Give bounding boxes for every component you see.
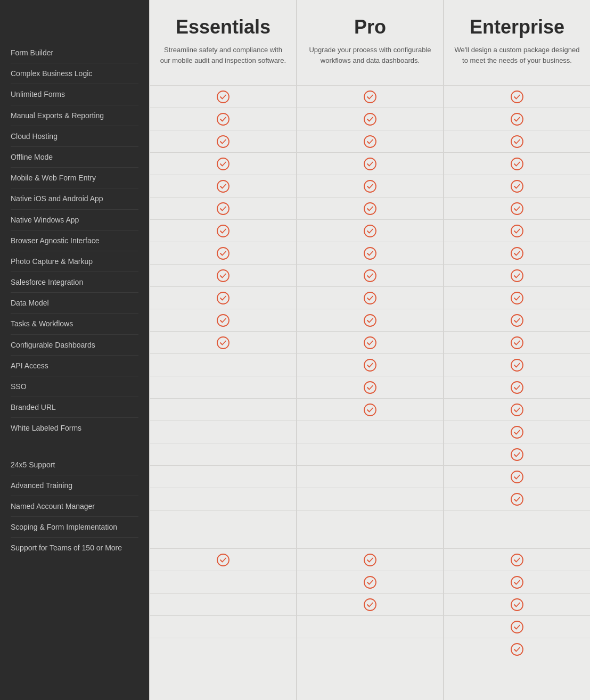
- check-icon: [510, 90, 524, 104]
- feature-check-cell: [150, 421, 296, 443]
- feature-check-cell: [150, 219, 296, 242]
- check-icon: [510, 620, 524, 634]
- feature-check-cell: [297, 197, 443, 219]
- svg-point-27: [364, 404, 376, 416]
- svg-point-40: [511, 292, 523, 304]
- svg-point-5: [217, 203, 229, 215]
- service-check-cell: [297, 615, 443, 638]
- svg-point-9: [217, 292, 229, 304]
- svg-point-16: [364, 158, 376, 170]
- check-icon: [363, 202, 377, 216]
- svg-point-31: [511, 91, 523, 103]
- feature-check-cell: [444, 108, 590, 130]
- pricing-table: Form BuilderComplex Business LogicUnlimi…: [0, 0, 590, 700]
- plan-col-enterprise: EnterpriseWe'll design a custom package …: [443, 0, 590, 700]
- plan-col-pro: ProUpgrade your process with configurabl…: [296, 0, 443, 700]
- plan-title: Essentials: [176, 16, 271, 38]
- check-icon: [216, 553, 230, 567]
- feature-check-cell: [444, 286, 590, 309]
- check-icon: [216, 291, 230, 305]
- feature-check-cell: [297, 465, 443, 488]
- check-icon: [216, 202, 230, 216]
- check-icon: [363, 553, 377, 567]
- feature-check-cell: [297, 264, 443, 286]
- feature-check-cell: [150, 197, 296, 219]
- feature-check-cell: [297, 398, 443, 421]
- svg-point-7: [217, 248, 229, 259]
- feature-item: Mobile & Web Form Entry: [11, 168, 138, 188]
- svg-point-41: [511, 315, 523, 326]
- feature-item: Branded URL: [11, 397, 138, 418]
- svg-point-39: [511, 270, 523, 282]
- check-icon: [510, 492, 524, 506]
- svg-point-1: [217, 113, 229, 125]
- svg-point-54: [511, 644, 523, 655]
- svg-point-36: [511, 203, 523, 215]
- svg-point-20: [364, 248, 376, 259]
- check-icon: [363, 179, 377, 193]
- feature-item: Manual Exports & Reporting: [11, 105, 138, 126]
- feature-check-cell: [444, 175, 590, 197]
- feature-check-cell: [150, 488, 296, 510]
- svg-point-22: [364, 292, 376, 304]
- check-icon: [510, 157, 524, 171]
- check-icon: [510, 246, 524, 260]
- feature-check-cell: [150, 152, 296, 175]
- feature-item: Data Model: [11, 293, 138, 314]
- check-icon: [510, 381, 524, 394]
- svg-point-10: [217, 315, 229, 326]
- feature-check-cell: [297, 85, 443, 108]
- service-item: Scoping & Form Implementation: [11, 517, 138, 538]
- plan-description: Upgrade your process with configurable w…: [305, 45, 435, 65]
- svg-point-50: [511, 554, 523, 566]
- services-spacer: [444, 510, 590, 548]
- check-icon: [363, 224, 377, 238]
- feature-check-cell: [150, 264, 296, 286]
- check-icon: [216, 135, 230, 149]
- feature-check-cell: [444, 219, 590, 242]
- plan-title: Enterprise: [470, 16, 564, 38]
- feature-check-cell: [150, 376, 296, 398]
- check-icon: [510, 135, 524, 149]
- svg-point-35: [511, 180, 523, 192]
- service-check-cell: [444, 638, 590, 660]
- plan-description: Streamline safety and compliance with ou…: [158, 45, 288, 65]
- check-icon: [363, 336, 377, 350]
- feature-check-cell: [150, 286, 296, 309]
- svg-point-43: [511, 359, 523, 371]
- feature-check-cell: [150, 85, 296, 108]
- svg-point-34: [511, 158, 523, 170]
- check-icon: [510, 314, 524, 327]
- feature-item: Native iOS and Android App: [11, 188, 138, 209]
- feature-item: Browser Agnostic Interface: [11, 230, 138, 251]
- feature-check-cell: [297, 219, 443, 242]
- svg-point-28: [364, 554, 376, 566]
- feature-check-cell: [150, 331, 296, 353]
- feature-list: Form BuilderComplex Business LogicUnlimi…: [11, 43, 138, 439]
- feature-check-cell: [297, 421, 443, 443]
- feature-item: Form Builder: [11, 43, 138, 63]
- feature-check-cell: [297, 175, 443, 197]
- check-icon: [510, 553, 524, 567]
- feature-item: Configurable Dashboards: [11, 335, 138, 356]
- sidebar: Form BuilderComplex Business LogicUnlimi…: [0, 0, 149, 700]
- check-icon: [363, 598, 377, 612]
- svg-point-18: [364, 203, 376, 215]
- feature-item: Unlimited Forms: [11, 84, 138, 105]
- check-icon: [510, 598, 524, 612]
- service-check-cell: [150, 571, 296, 593]
- feature-check-cell: [150, 443, 296, 465]
- plan-col-essentials: EssentialsStreamline safety and complian…: [149, 0, 296, 700]
- check-icon: [363, 403, 377, 417]
- svg-point-11: [217, 337, 229, 349]
- feature-check-cell: [297, 488, 443, 510]
- feature-check-cell: [150, 175, 296, 197]
- feature-check-cell: [444, 242, 590, 264]
- feature-check-cell: [444, 130, 590, 152]
- check-icon: [363, 381, 377, 394]
- svg-point-15: [364, 136, 376, 147]
- service-check-cell: [297, 571, 443, 593]
- service-check-cell: [444, 593, 590, 615]
- feature-check-cell: [150, 130, 296, 152]
- feature-item: Photo Capture & Markup: [11, 251, 138, 272]
